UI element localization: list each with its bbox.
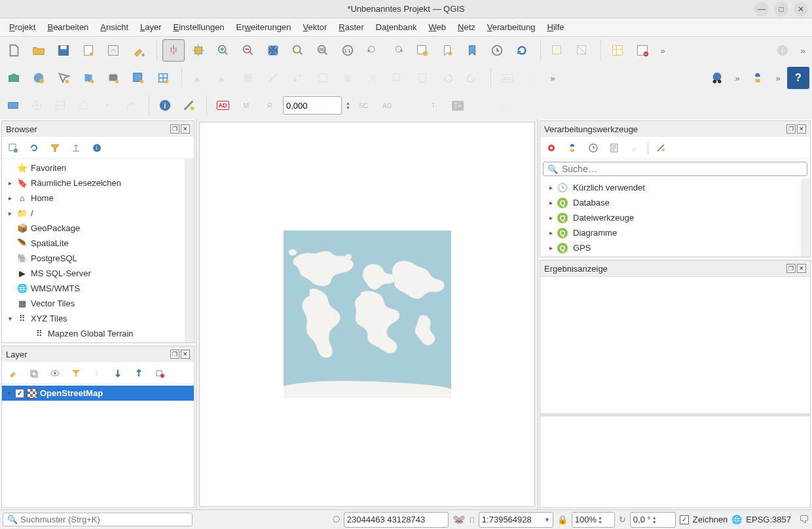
- new-bookmark-button[interactable]: [436, 39, 458, 62]
- browser-undock-button[interactable]: ❐: [170, 124, 179, 134]
- map-canvas-container[interactable]: [199, 122, 535, 507]
- cad-blank2-button[interactable]: [471, 95, 492, 116]
- zoom-to-selection-button[interactable]: [287, 39, 309, 62]
- cad-r-button[interactable]: R: [259, 95, 280, 116]
- browser-refresh-button[interactable]: [26, 139, 43, 156]
- modify-attrs-button[interactable]: [312, 67, 334, 89]
- layers-expression-button[interactable]: ε: [88, 365, 105, 382]
- delete-selected-button[interactable]: [337, 67, 359, 89]
- new-print-layout-button[interactable]: [77, 39, 100, 62]
- menu-hilfe[interactable]: Hilfe: [542, 20, 570, 34]
- processing-close-button[interactable]: ✕: [797, 124, 806, 134]
- maximize-button[interactable]: □: [774, 2, 788, 16]
- save-project-button[interactable]: [52, 39, 75, 62]
- browser-add-button[interactable]: [5, 139, 22, 156]
- browser-item[interactable]: 📦GeoPackage: [2, 221, 185, 236]
- rectangle-tool-button[interactable]: [3, 95, 24, 116]
- new-geopackage-button[interactable]: [28, 67, 50, 89]
- help-info-button[interactable]: i: [771, 39, 794, 62]
- layout-manager-button[interactable]: [102, 39, 124, 62]
- layer-row[interactable]: ▾OpenStreetMap: [2, 386, 194, 401]
- results-undock-button[interactable]: ❐: [786, 264, 796, 273]
- zoom-field[interactable]: 100%▲▼: [572, 512, 615, 528]
- metasearch-button[interactable]: [706, 67, 728, 89]
- pan-to-selection-button[interactable]: [187, 39, 210, 62]
- cad-ad2-button[interactable]: AD: [377, 95, 397, 116]
- zoom-to-layer-button[interactable]: [312, 39, 334, 62]
- browser-item[interactable]: 🪶SpatiaLite: [2, 236, 185, 251]
- redo-button[interactable]: [461, 67, 483, 89]
- crs-icon[interactable]: 🌐: [731, 515, 742, 524]
- toolbar2-overflow[interactable]: »: [546, 67, 559, 89]
- arc-tool-button[interactable]: [120, 95, 141, 116]
- python-console-button[interactable]: [747, 67, 769, 89]
- lock-icon[interactable]: 🔒: [557, 515, 568, 524]
- browser-item[interactable]: ▸📁/: [2, 206, 185, 221]
- refresh-button[interactable]: [511, 39, 533, 62]
- processing-options-button[interactable]: [652, 139, 669, 156]
- browser-properties-button[interactable]: i: [88, 139, 105, 156]
- cut-features-button[interactable]: [361, 67, 384, 89]
- processing-item[interactable]: ▸🕓Kürzlich verwendet: [540, 180, 801, 195]
- processing-python-button[interactable]: [564, 139, 581, 156]
- pan-button[interactable]: [162, 39, 185, 62]
- cad-coord-spin[interactable]: ▲▼: [346, 101, 350, 110]
- scale-field[interactable]: 1:739564928▼: [479, 512, 553, 528]
- toolbar1-overflow[interactable]: »: [656, 39, 669, 62]
- rotation-field[interactable]: 0,0 °▲▼: [630, 512, 676, 528]
- processing-results-button[interactable]: [606, 139, 623, 156]
- abc-label-button[interactable]: abc: [496, 67, 519, 89]
- browser-item[interactable]: 🐘PostgreSQL: [2, 251, 185, 266]
- menu-bearbeiten[interactable]: Bearbeiten: [42, 20, 94, 34]
- show-bookmarks-button[interactable]: [461, 39, 483, 62]
- new-shapefile-button[interactable]: [52, 67, 75, 89]
- zoom-native-button[interactable]: 1:1: [337, 39, 359, 62]
- browser-tree[interactable]: ⭐Favoriten▸🔖Räumliche Lesezeichen▸⌂Home▸…: [2, 159, 185, 342]
- browser-scrollbar[interactable]: [185, 159, 194, 342]
- minimize-button[interactable]: —: [754, 2, 769, 16]
- add-feature-button[interactable]: [237, 67, 259, 89]
- processing-gear-button[interactable]: [543, 139, 560, 156]
- render-checkbox[interactable]: [680, 515, 689, 524]
- toolbar1-overflow-2[interactable]: »: [796, 39, 809, 62]
- data-source-manager-button[interactable]: [3, 67, 25, 89]
- zoom-in-button[interactable]: [212, 39, 234, 62]
- layers-undock-button[interactable]: ❐: [170, 350, 179, 359]
- cad-m-button[interactable]: M: [236, 95, 257, 116]
- cad-t-button[interactable]: T-: [424, 95, 445, 116]
- toolbar2-overflow-3[interactable]: »: [771, 67, 784, 89]
- messages-icon[interactable]: 🗨: [799, 514, 809, 526]
- layers-filter-button[interactable]: [67, 365, 84, 382]
- coords-field[interactable]: 23044463 43128743: [344, 512, 449, 528]
- polygon-tool-button[interactable]: [73, 95, 94, 116]
- cad-t2-button[interactable]: T+: [447, 95, 468, 116]
- undo-button[interactable]: [436, 67, 458, 89]
- temporal-controller-button[interactable]: [486, 39, 508, 62]
- processing-history-button[interactable]: [585, 139, 602, 156]
- cad-blank1-button[interactable]: [400, 95, 421, 116]
- layers-collapse-button[interactable]: [130, 365, 147, 382]
- layers-tree[interactable]: ▾OpenStreetMap: [2, 384, 194, 507]
- diagram-button[interactable]: [521, 67, 544, 89]
- menu-netz[interactable]: Netz: [452, 20, 481, 34]
- browser-collapse-button[interactable]: [67, 139, 84, 156]
- paste-features-button[interactable]: [411, 67, 434, 89]
- browser-item[interactable]: ⠿Mapzen Global Terrain: [2, 326, 185, 341]
- toggle-editing-button[interactable]: [187, 67, 210, 89]
- new-map-view-button[interactable]: [411, 39, 434, 62]
- browser-close-button[interactable]: ✕: [181, 124, 190, 134]
- field-calculator-button[interactable]: [631, 39, 654, 62]
- processing-search-input[interactable]: [562, 164, 803, 174]
- copy-features-button[interactable]: [386, 67, 409, 89]
- layers-expand-button[interactable]: [109, 365, 126, 382]
- extents-icon[interactable]: 🐭: [452, 513, 466, 526]
- ad-badge[interactable]: AD: [212, 95, 233, 116]
- menu-erweiterungen[interactable]: Erweiterungen: [231, 20, 297, 34]
- save-edits-button[interactable]: [212, 67, 234, 89]
- layers-visibility-button[interactable]: [46, 365, 64, 382]
- browser-item[interactable]: ▸🔖Räumliche Lesezeichen: [2, 175, 185, 191]
- zoom-out-button[interactable]: [237, 39, 259, 62]
- browser-item[interactable]: ▦Vector Tiles: [2, 296, 185, 311]
- results-close-button[interactable]: ✕: [797, 264, 806, 273]
- menu-web[interactable]: Web: [424, 20, 452, 34]
